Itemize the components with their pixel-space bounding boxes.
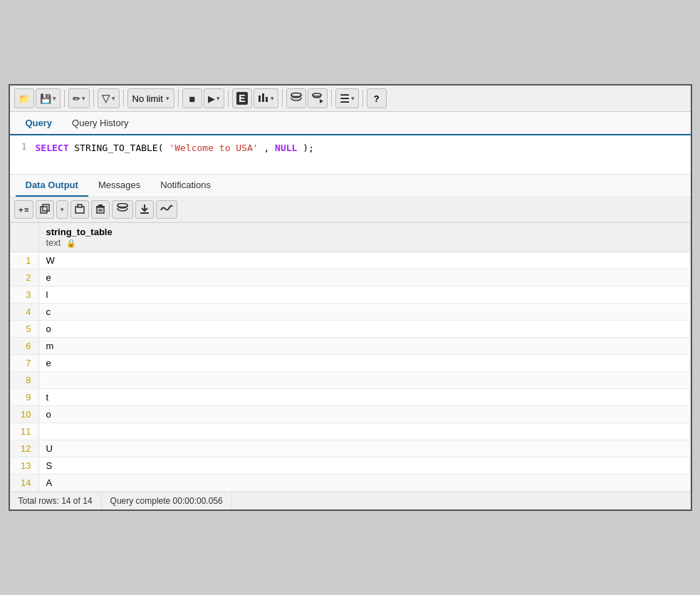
row-number: 4: [10, 304, 38, 321]
table-row: 7e: [10, 355, 690, 372]
edit-chevron-icon: ▾: [82, 95, 85, 102]
db-execute-icon: [311, 92, 324, 105]
save-chevron-icon: ▾: [53, 95, 56, 102]
copy-dropdown-button[interactable]: ▾: [56, 200, 68, 219]
execute-button[interactable]: ▶ ▾: [204, 88, 224, 108]
toolbar-separator-3: [123, 90, 124, 107]
lock-icon: 🔒: [66, 239, 76, 247]
tab-query-history[interactable]: Query History: [62, 112, 138, 135]
visualize-button[interactable]: ▾: [254, 88, 278, 108]
table-row: 14A: [10, 475, 690, 492]
save-data-button[interactable]: [112, 200, 133, 219]
toolbar-separator-6: [282, 90, 283, 107]
folder-icon: 📁: [19, 93, 30, 104]
stop-button[interactable]: ■: [182, 88, 202, 108]
svg-point-3: [291, 93, 301, 96]
query-tabs: Query Query History: [10, 112, 691, 135]
svg-rect-11: [98, 205, 103, 206]
limit-label: No limit: [132, 93, 163, 104]
sql-string-value: 'Welcome to USA': [169, 143, 258, 153]
row-number: 11: [10, 423, 38, 440]
db-stack-icon: [290, 92, 303, 105]
paste-button[interactable]: [70, 200, 89, 219]
row-value: [38, 372, 690, 389]
table-row: 13S: [10, 457, 690, 475]
rows-info: Total rows: 14 of 14: [10, 492, 102, 509]
stop-icon: ■: [189, 93, 195, 105]
row-value: o: [38, 406, 690, 423]
table-row: 3l: [10, 286, 690, 304]
filter-button[interactable]: ▽ ▾: [98, 88, 120, 108]
row-number: 13: [10, 457, 38, 475]
svg-rect-9: [78, 205, 82, 207]
svg-rect-6: [41, 207, 47, 213]
row-value: c: [38, 304, 690, 321]
download-button[interactable]: [135, 200, 154, 219]
row-value: m: [38, 338, 690, 355]
column-type: text 🔒: [46, 237, 683, 248]
play-icon: ▶: [208, 93, 215, 104]
sql-editor[interactable]: 1 SELECT STRING_TO_TABLE( 'Welcome to US…: [10, 135, 691, 175]
graph-icon: [160, 205, 173, 215]
copy-icon: [40, 204, 50, 216]
output-tabs: Data Output Messages Notifications: [10, 175, 691, 197]
row-value: e: [38, 355, 690, 372]
menu-button[interactable]: ☰ ▾: [335, 88, 359, 108]
edit-button[interactable]: ✏ ▾: [68, 88, 90, 108]
row-number: 12: [10, 440, 38, 457]
row-number: 5: [10, 321, 38, 338]
row-value: W: [38, 252, 690, 269]
sql-content[interactable]: SELECT STRING_TO_TABLE( 'Welcome to USA'…: [33, 141, 691, 168]
column-name: string_to_table: [46, 227, 683, 237]
table-row: 1W: [10, 252, 690, 269]
save-button[interactable]: 💾 ▾: [36, 88, 61, 108]
delete-row-button[interactable]: [91, 200, 110, 219]
svg-rect-7: [43, 205, 49, 211]
row-value: t: [38, 389, 690, 406]
limit-dropdown[interactable]: No limit ▾: [127, 88, 174, 108]
row-number: 3: [10, 286, 38, 304]
help-button[interactable]: ?: [367, 88, 387, 108]
limit-chevron-icon: ▾: [166, 95, 169, 102]
visualize-chevron-icon: ▾: [271, 95, 274, 102]
sql-end: );: [303, 143, 314, 153]
table-row: 2e: [10, 269, 690, 286]
paste-icon: [75, 204, 85, 216]
sql-select-keyword: SELECT: [36, 143, 69, 153]
macros2-button[interactable]: [308, 88, 328, 108]
save-icon: 💾: [40, 93, 51, 104]
result-table: string_to_table text 🔒 1W2e3l4c5o6m7e89t…: [10, 222, 691, 492]
copy-button[interactable]: [36, 200, 54, 219]
row-value: l: [38, 286, 690, 304]
menu-icon: ☰: [340, 92, 350, 105]
filter-chevron-icon: ▾: [112, 95, 115, 102]
toolbar-separator-8: [362, 90, 363, 107]
tab-query[interactable]: Query: [16, 112, 63, 135]
row-number: 1: [10, 252, 38, 269]
macros1-button[interactable]: [286, 88, 306, 108]
row-value: A: [38, 475, 690, 492]
row-number: 2: [10, 269, 38, 286]
table-row: 4c: [10, 304, 690, 321]
delete-icon: [95, 204, 105, 216]
table-row: 12U: [10, 440, 690, 457]
row-value: e: [38, 269, 690, 286]
explain-button[interactable]: E: [232, 88, 252, 108]
row-number: 10: [10, 406, 38, 423]
execute-chevron-icon: ▾: [216, 95, 220, 102]
svg-rect-1: [262, 93, 264, 102]
graph-button[interactable]: [156, 200, 177, 219]
tab-messages[interactable]: Messages: [88, 175, 150, 197]
add-row-button[interactable]: + ≡: [14, 200, 33, 219]
pencil-icon: ✏: [73, 93, 80, 104]
tab-notifications[interactable]: Notifications: [150, 175, 221, 197]
data-toolbar: + ≡ ▾: [10, 197, 691, 222]
table-row: 11: [10, 423, 690, 440]
tab-data-output[interactable]: Data Output: [16, 175, 88, 197]
status-bar: Total rows: 14 of 14 Query complete 00:0…: [10, 492, 691, 509]
open-folder-button[interactable]: 📁: [14, 88, 34, 108]
add-row-icon: +: [19, 205, 24, 215]
svg-point-16: [117, 204, 127, 207]
line-numbers: 1: [10, 141, 33, 168]
row-number: 9: [10, 389, 38, 406]
